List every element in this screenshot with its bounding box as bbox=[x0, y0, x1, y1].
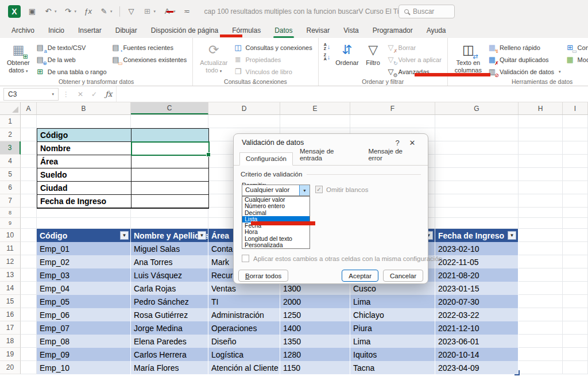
cell-A11[interactable] bbox=[21, 242, 37, 255]
lookup-value-fecha-de-ingreso[interactable] bbox=[131, 195, 208, 208]
excel-logo-button[interactable]: X bbox=[5, 3, 24, 20]
clear-all-button[interactable]: Borrar todos bbox=[238, 270, 288, 282]
lookup-value-código[interactable] bbox=[131, 129, 208, 141]
table-cell[interactable]: 1280 bbox=[280, 348, 350, 361]
select-all-corner[interactable] bbox=[0, 102, 21, 114]
table-cell[interactable]: 2023-06-01 bbox=[435, 335, 519, 348]
table-cell[interactable]: Miguel Salas bbox=[131, 242, 208, 255]
row-header-12[interactable]: 12 bbox=[0, 255, 21, 268]
de-texto-csv-button[interactable]: ▤aDe texto/CSV bbox=[33, 41, 109, 53]
filter-dropdown-icon[interactable]: ▼ bbox=[120, 231, 129, 240]
cell-I19[interactable] bbox=[563, 348, 588, 361]
table-cell[interactable]: Administración bbox=[208, 308, 280, 321]
row-header-6[interactable]: 6 bbox=[0, 181, 21, 194]
allow-option-longitud-del-texto[interactable]: Longitud del texto bbox=[242, 236, 310, 242]
cell-E1[interactable] bbox=[280, 115, 350, 128]
relleno-rápido-button[interactable]: ▦↯Relleno rápido bbox=[485, 41, 563, 53]
tab-dibujar[interactable]: Dibujar bbox=[109, 23, 144, 38]
table-cell[interactable]: TI bbox=[208, 295, 280, 308]
lookup-label-sueldo[interactable]: Sueldo bbox=[37, 168, 131, 181]
table-cell[interactable]: Luis Vásquez bbox=[131, 268, 208, 282]
cell-B1[interactable] bbox=[37, 115, 131, 128]
table-cell[interactable]: 1400 bbox=[280, 321, 350, 335]
cell-I6[interactable] bbox=[563, 181, 588, 194]
column-header-f[interactable]: F bbox=[350, 102, 435, 114]
tab-inicio[interactable]: Inicio bbox=[41, 23, 71, 38]
tab-archivo[interactable]: Archivo bbox=[5, 23, 41, 38]
table-cell[interactable]: Iquitos bbox=[350, 348, 435, 361]
row-header-13[interactable]: 13 bbox=[0, 268, 21, 282]
vínculos-de-libro-button[interactable]: ❐Vínculos de libro bbox=[231, 66, 314, 78]
column-header-g[interactable]: G bbox=[435, 102, 519, 114]
cell-I12[interactable] bbox=[563, 255, 588, 268]
table-cell[interactable]: María Flores bbox=[131, 361, 208, 374]
borders-icon-button[interactable]: ⊞▾ bbox=[140, 3, 160, 20]
table-cell[interactable]: Emp_07 bbox=[37, 321, 131, 335]
table-cell[interactable]: 2021-12-10 bbox=[435, 321, 519, 335]
lookup-label-área[interactable]: Área bbox=[37, 155, 131, 168]
name-box[interactable]: C3 ▾ bbox=[3, 88, 59, 101]
dialog-tab-configuración[interactable]: Configuración bbox=[239, 152, 293, 166]
cell-A12[interactable] bbox=[21, 255, 37, 268]
cell-H11[interactable] bbox=[519, 242, 563, 255]
column-header-i[interactable]: I bbox=[563, 102, 588, 114]
font-color-icon-button[interactable]: A▾ bbox=[159, 3, 179, 20]
row-header-8[interactable]: 8 bbox=[0, 208, 21, 218]
cell-I17[interactable] bbox=[563, 321, 588, 335]
cell-A13[interactable] bbox=[21, 268, 37, 282]
cell-G7[interactable] bbox=[435, 194, 519, 208]
tab-insertar[interactable]: Insertar bbox=[71, 23, 109, 38]
allow-dropdown[interactable]: Cualquier valor ▼ bbox=[242, 185, 310, 196]
table-cell[interactable]: 2020-10-14 bbox=[435, 348, 519, 361]
cell-H17[interactable] bbox=[519, 321, 563, 335]
quitar-duplicados-button[interactable]: ▦✗Quitar duplicados bbox=[485, 53, 563, 66]
table-cell[interactable]: Emp_09 bbox=[37, 348, 131, 361]
cell-A18[interactable] bbox=[21, 335, 37, 348]
table-header-fecha-de-ingreso[interactable]: Fecha de Ingreso▼ bbox=[435, 229, 519, 242]
cell-I4[interactable] bbox=[563, 155, 588, 168]
conexiones-existentes-button[interactable]: ▤▭Conexiones existentes bbox=[109, 53, 189, 66]
lookup-label-ciudad[interactable]: Ciudad bbox=[37, 182, 131, 194]
cell-A20[interactable] bbox=[21, 361, 37, 374]
row-header-16[interactable]: 16 bbox=[0, 308, 21, 321]
cell-G1[interactable] bbox=[435, 115, 519, 128]
table-cell[interactable]: Emp_10 bbox=[37, 361, 131, 374]
table-header-nombre-y-apellidos[interactable]: Nombre y Apellidos▼ bbox=[131, 229, 208, 242]
lookup-label-fecha-de-ingreso[interactable]: Fecha de Ingreso bbox=[37, 195, 131, 208]
cell-H12[interactable] bbox=[519, 255, 563, 268]
cell-I16[interactable] bbox=[563, 308, 588, 321]
table-cell[interactable]: 2020-07-30 bbox=[435, 295, 519, 308]
cell-A9[interactable] bbox=[21, 218, 37, 229]
chevron-down-icon[interactable]: ▼ bbox=[299, 185, 310, 195]
table-cell[interactable]: Carla Rojas bbox=[131, 282, 208, 295]
row-header-10[interactable]: 10 bbox=[0, 229, 21, 242]
filtro-button[interactable]: ▽Filtro bbox=[362, 39, 384, 67]
cancel-button[interactable]: Cancelar bbox=[383, 270, 423, 282]
cell-G2[interactable] bbox=[435, 128, 519, 141]
cell-H1[interactable] bbox=[519, 115, 563, 128]
cell-H4[interactable] bbox=[519, 155, 563, 168]
consolidar-button[interactable]: ⊞▭Consolidar bbox=[563, 41, 588, 53]
table-cell[interactable]: Tacna bbox=[350, 361, 435, 374]
cancel-entry-icon[interactable]: ✕ bbox=[74, 90, 87, 98]
filter-icon-button[interactable]: ▽ bbox=[123, 3, 140, 20]
table-cell[interactable]: Elena Paredes bbox=[131, 335, 208, 348]
cell-H3[interactable] bbox=[519, 141, 563, 155]
column-header-a[interactable]: A bbox=[21, 102, 37, 114]
table-cell[interactable]: 2022-03-22 bbox=[435, 308, 519, 321]
table-cell[interactable]: 2021-08-20 bbox=[435, 268, 519, 282]
row-header-1[interactable]: 1 bbox=[0, 115, 21, 128]
allow-option-número-entero[interactable]: Número entero bbox=[242, 203, 310, 209]
table-cell[interactable]: Logística bbox=[208, 348, 280, 361]
cell-H13[interactable] bbox=[519, 268, 563, 282]
cell-G3[interactable] bbox=[435, 141, 519, 155]
allow-option-personalizada[interactable]: Personalizada bbox=[242, 242, 310, 248]
actualizar-todo-button[interactable]: ⟳Actualizartodo▾ bbox=[196, 39, 231, 74]
cell-D1[interactable] bbox=[208, 115, 280, 128]
cell-C8[interactable] bbox=[131, 208, 208, 218]
table-cell[interactable]: Operaciones bbox=[208, 321, 280, 335]
cell-H15[interactable] bbox=[519, 295, 563, 308]
cell-A2[interactable] bbox=[21, 128, 37, 141]
table-cell[interactable]: Diseño bbox=[208, 335, 280, 348]
cell-A16[interactable] bbox=[21, 308, 37, 321]
